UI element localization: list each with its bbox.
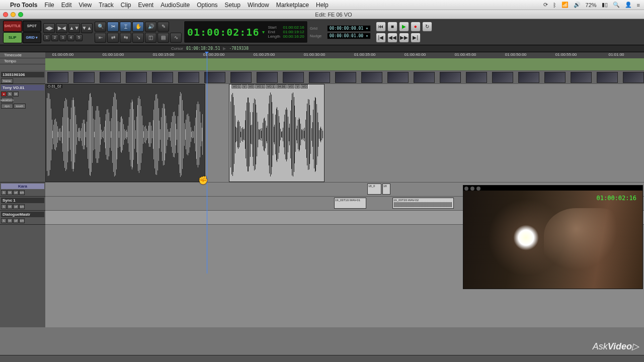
- ffwd-button[interactable]: ▶▶: [399, 33, 409, 43]
- nudge-value[interactable]: 00:00:00:01.00 ▾: [327, 33, 371, 39]
- close-window-button[interactable]: [3, 12, 8, 17]
- rtz-button[interactable]: ⏮: [376, 22, 386, 32]
- dlg-mute[interactable]: M: [7, 218, 13, 223]
- zoomer-tool[interactable]: 🔍: [95, 22, 106, 32]
- link-edit[interactable]: ⇆: [120, 33, 131, 43]
- tempo-ruler[interactable]: [45, 58, 644, 70]
- vo-view[interactable]: waveform: [1, 98, 13, 103]
- video-thumbnail[interactable]: [230, 72, 252, 83]
- video-thumbnail[interactable]: [466, 72, 487, 83]
- zoom-preset-2[interactable]: 2: [51, 34, 58, 41]
- pencil-tool[interactable]: ✎: [157, 22, 169, 32]
- video-min[interactable]: [470, 187, 474, 191]
- video-thumbnail[interactable]: [178, 72, 199, 83]
- video-frame-view[interactable]: frame: [1, 78, 13, 83]
- video-thumbnail[interactable]: [152, 72, 173, 83]
- zoom-out-v-button[interactable]: ▲▼: [68, 23, 80, 33]
- link-timeline[interactable]: ⇄: [107, 33, 119, 43]
- grabber-tool[interactable]: ✋: [132, 22, 144, 32]
- video-thumbnail[interactable]: [518, 72, 539, 83]
- video-thumbnail[interactable]: [47, 72, 68, 83]
- zoom-preset-1[interactable]: 1: [43, 34, 50, 41]
- menu-file[interactable]: File: [44, 2, 54, 9]
- track-name-kara[interactable]: Kara: [1, 184, 44, 189]
- sync-clip-2[interactable]: 19_03T20.WAV-02: [392, 198, 454, 209]
- goto-end-button[interactable]: ▶|: [411, 33, 421, 43]
- vo-lane[interactable]: O.01_02 VO 1VVOVO 1VO 104:36VOVVO: [45, 84, 644, 183]
- playhead[interactable]: [207, 52, 207, 274]
- video-thumbnail[interactable]: [387, 72, 409, 83]
- video-thumbnail[interactable]: [361, 72, 382, 83]
- sel-length[interactable]: 00:00:16:20: [283, 34, 304, 39]
- minimize-window-button[interactable]: [11, 12, 16, 17]
- menu-window[interactable]: Window: [248, 2, 269, 9]
- track-name-sync[interactable]: Sync 1: [1, 198, 44, 203]
- stop-button[interactable]: ■: [387, 22, 397, 32]
- spotlight-icon[interactable]: 🔍: [613, 2, 620, 8]
- sel-end[interactable]: 01:00:19:12: [283, 30, 304, 34]
- video-thumbnail[interactable]: [73, 72, 95, 83]
- zoom-window-button[interactable]: [18, 12, 23, 17]
- zoom-preset-3[interactable]: 3: [59, 34, 66, 41]
- mode-slip[interactable]: SLIP: [3, 32, 22, 44]
- video-thumbnail[interactable]: [257, 72, 278, 83]
- zoom-out-h-button[interactable]: ◀▶: [43, 23, 55, 33]
- grid-value[interactable]: 00:00:00:00.01 ▾: [327, 25, 371, 32]
- kara-clip-1[interactable]: 18_0: [367, 184, 381, 195]
- track-head-video[interactable]: 1303190106 frame: [0, 71, 45, 84]
- user-icon[interactable]: 👤: [625, 2, 632, 8]
- menu-icon[interactable]: ≡: [637, 2, 640, 8]
- menu-app[interactable]: Pro Tools: [10, 2, 37, 9]
- vo-clip-1[interactable]: O.01_02: [45, 84, 205, 182]
- dlg-solo[interactable]: S: [1, 218, 7, 223]
- sync-wf[interactable]: wf: [13, 204, 19, 209]
- goto-start-button[interactable]: |◀: [376, 33, 386, 43]
- track-name-video[interactable]: 1303190106: [1, 72, 44, 77]
- timecode-ruler[interactable]: 01:00:05:0001:00:10:0001:00:15:0001:00:2…: [45, 52, 644, 58]
- menu-audiosuite[interactable]: AudioSuite: [160, 2, 190, 9]
- vo-solo[interactable]: S: [7, 92, 13, 97]
- video-thumbnail[interactable]: [309, 72, 330, 83]
- selector-tool[interactable]: ⌶: [120, 22, 131, 32]
- mode-spot[interactable]: SPOT: [23, 21, 42, 32]
- video-thumbnail[interactable]: [571, 72, 592, 83]
- sync-tch[interactable]: tch: [19, 204, 25, 209]
- sel-start[interactable]: 01:00:02:16: [283, 25, 304, 30]
- menu-event[interactable]: Event: [138, 2, 154, 9]
- menu-edit[interactable]: Edit: [61, 2, 72, 9]
- kara-solo[interactable]: S: [1, 190, 7, 195]
- video-thumbnail[interactable]: [283, 72, 304, 83]
- tab-to-transient[interactable]: ⇤: [95, 33, 106, 43]
- insertion-follows[interactable]: ↘: [132, 33, 144, 43]
- kara-wf[interactable]: wf: [13, 190, 19, 195]
- menu-setup[interactable]: Setup: [225, 2, 240, 9]
- mirrored-edit[interactable]: ◫: [145, 33, 156, 43]
- vo-dyn[interactable]: dyn: [1, 104, 13, 109]
- vo-touch[interactable]: touch: [14, 104, 26, 109]
- automation-follows[interactable]: ∿: [170, 33, 182, 43]
- main-timecode[interactable]: 01:00:02:16: [187, 26, 259, 38]
- vo-clip-2[interactable]: VO 1VVOVO 1VO 104:36VOVVO: [229, 84, 325, 182]
- vo-mute[interactable]: M: [13, 92, 19, 97]
- video-window[interactable]: 01:00:02:16: [463, 185, 643, 289]
- menu-options[interactable]: Options: [197, 2, 217, 9]
- video-thumbnail[interactable]: [492, 72, 513, 83]
- play-button[interactable]: ▶: [399, 22, 409, 32]
- mode-shuttle[interactable]: SHUTTLE: [3, 21, 22, 32]
- video-zoom[interactable]: [476, 187, 480, 191]
- zoom-in-v-button[interactable]: ▼▲: [81, 23, 93, 33]
- video-thumbnail[interactable]: [204, 72, 225, 83]
- scrubber-tool[interactable]: 🔊: [145, 22, 156, 32]
- kara-clip-2[interactable]: 18: [382, 184, 390, 195]
- track-head-kara[interactable]: Kara SMwftch: [0, 183, 45, 197]
- zoom-in-h-button[interactable]: ▶◀: [56, 23, 67, 33]
- trim-tool[interactable]: ✂: [107, 22, 119, 32]
- kara-mute[interactable]: M: [7, 190, 13, 195]
- track-head-vo[interactable]: Tony VO.01 ● S M waveform dyn touch: [0, 84, 45, 183]
- dlg-wf[interactable]: wf: [13, 218, 19, 223]
- counter-dropdown-icon[interactable]: ▾: [262, 29, 265, 35]
- track-head-sync[interactable]: Sync 1 SMwftch: [0, 197, 45, 211]
- zoom-preset-4[interactable]: 4: [67, 34, 74, 41]
- video-thumbnail[interactable]: [544, 72, 566, 83]
- sync-clip-1[interactable]: 19_03T10.WAV-01: [334, 198, 366, 209]
